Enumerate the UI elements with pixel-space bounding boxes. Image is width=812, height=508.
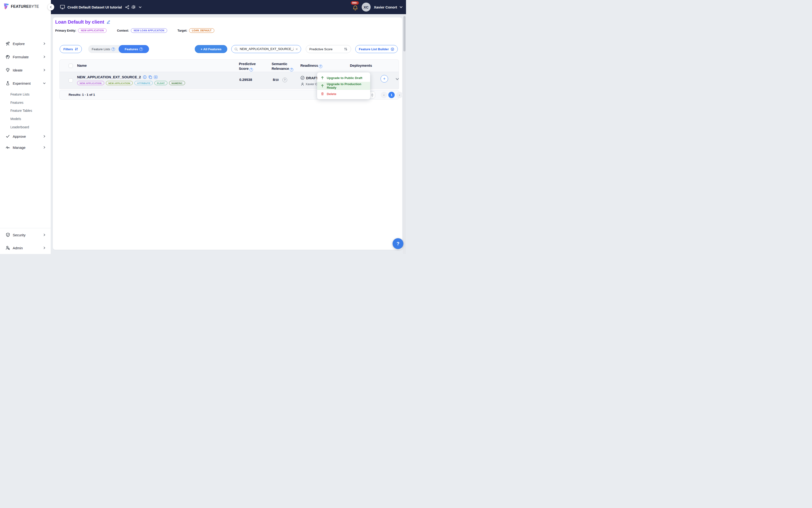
- select-all-checkbox[interactable]: [69, 64, 73, 68]
- next-page-button[interactable]: ›: [396, 92, 403, 98]
- sidebar-item-experiment[interactable]: Experiment: [0, 79, 51, 88]
- arrow-up-icon: [321, 76, 324, 80]
- gear-icon[interactable]: [132, 5, 136, 9]
- help-icon[interactable]: ?: [290, 68, 293, 72]
- help-icon[interactable]: ?: [250, 68, 253, 72]
- chevron-right-icon: [43, 234, 46, 236]
- sidebar-item-label: Security: [13, 233, 26, 237]
- sidebar-item-label: Admin: [13, 246, 23, 250]
- shield-check-icon: [5, 232, 10, 238]
- workspace-title: Credit Default Dataset UI tutorial: [67, 5, 122, 9]
- feature-name[interactable]: NEW_APPLICATION_EXT_SOURCE_2: [77, 75, 141, 79]
- activity-pulse-icon: [5, 145, 10, 150]
- target-label: Target:: [178, 29, 187, 32]
- trash-icon: [321, 92, 324, 95]
- add-deployment-button[interactable]: +: [380, 75, 388, 83]
- column-readiness: Readiness?: [300, 63, 322, 68]
- sort-dropdown[interactable]: Predictive Score: [306, 45, 351, 53]
- share-icon[interactable]: [125, 5, 129, 9]
- tag-attribute: ATTRIBUTE: [134, 81, 153, 85]
- sidebar-item-label: Ideate: [13, 68, 22, 72]
- topbar: Credit Default Dataset UI tutorial 999+ …: [51, 0, 406, 14]
- menu-item-label: Upgrade to Public Draft: [327, 76, 362, 80]
- menu-item-upgrade-public-draft[interactable]: Upgrade to Public Draft: [317, 74, 370, 82]
- sort-arrows-icon: [344, 47, 348, 51]
- expand-row-chevron-icon[interactable]: [395, 77, 399, 81]
- workspace-chevron-down-icon[interactable]: [139, 6, 142, 9]
- entity-info-row: Primary Entity: NEW APPLICATION Context:…: [55, 28, 214, 33]
- tag-table: NEW APPLICATION: [106, 81, 133, 85]
- edit-title-icon[interactable]: [106, 20, 110, 24]
- page-number-button[interactable]: 1: [388, 92, 395, 98]
- sidebar-item-features[interactable]: Features: [10, 101, 24, 104]
- head-gear-icon: [5, 54, 10, 59]
- chevron-right-icon: [43, 135, 46, 138]
- tag-numeric: NUMERIC: [169, 81, 185, 85]
- sidebar-item-admin[interactable]: Admin: [0, 243, 51, 253]
- row-actions-context-menu: Upgrade to Public Draft Upgrade to Produ…: [317, 72, 370, 99]
- sidebar-item-ideate[interactable]: Ideate: [0, 65, 51, 75]
- user-menu-chevron-down-icon[interactable]: [399, 5, 403, 9]
- chevron-down-icon: [43, 82, 46, 85]
- featurebyte-logo-text: FEATUREBYTE: [11, 4, 39, 9]
- copy-icon[interactable]: [148, 75, 152, 79]
- page-scrollbar[interactable]: [403, 14, 406, 254]
- info-icon[interactable]: [143, 75, 147, 79]
- help-icon[interactable]: ?: [139, 47, 143, 51]
- sidebar-collapse-button[interactable]: [48, 4, 54, 10]
- notifications-bell[interactable]: 999+: [352, 3, 359, 11]
- filters-button[interactable]: Filters: [60, 45, 82, 53]
- row-checkbox[interactable]: [69, 78, 73, 83]
- tab-feature-lists-label: Feature Lists: [92, 47, 110, 51]
- sidebar-item-formulate[interactable]: Formulate: [0, 52, 51, 61]
- menu-item-delete[interactable]: Delete: [317, 90, 370, 98]
- sidebar-item-manage[interactable]: Manage: [0, 143, 51, 152]
- tab-feature-lists[interactable]: Feature Lists ?: [88, 45, 119, 53]
- sidebar-item-feature-tables[interactable]: Feature Tables: [10, 109, 32, 113]
- tab-features[interactable]: Features ?: [119, 45, 149, 53]
- monitor-icon: [60, 5, 65, 9]
- sidebar-item-models[interactable]: Models: [10, 117, 21, 121]
- column-semantic-relevance: Semantic Relevance?: [272, 61, 294, 72]
- sidebar-item-explore[interactable]: Explore: [0, 39, 51, 48]
- user-name[interactable]: Xavier Conort: [374, 5, 397, 9]
- predictive-score-value: 0.29538: [239, 78, 252, 82]
- table-header: Name Predictive Score? Semantic Relevanc…: [59, 59, 399, 72]
- context-badge: NEW LOAN APPLICATION: [131, 28, 167, 33]
- sidebar-item-approve[interactable]: Approve: [0, 132, 51, 141]
- sidebar-item-feature-lists[interactable]: Feature Lists: [10, 92, 30, 96]
- tab-features-label: Features: [125, 47, 138, 51]
- featurebyte-logo-icon: [4, 3, 9, 10]
- scrollbar-thumb[interactable]: [403, 16, 406, 51]
- sidebar-item-security[interactable]: Security: [0, 230, 51, 240]
- person-icon: [301, 83, 304, 86]
- clear-search-icon[interactable]: ✕: [296, 47, 298, 51]
- sidebar-item-label: Experiment: [13, 81, 31, 85]
- context-label: Context:: [117, 29, 129, 32]
- sidebar-item-leaderboard[interactable]: Leaderboard: [10, 125, 29, 129]
- menu-item-upgrade-production-ready[interactable]: Upgrade to Production Ready: [317, 82, 370, 90]
- menu-item-label: Upgrade to Production Ready: [327, 82, 366, 89]
- id-badge-icon[interactable]: ID: [154, 76, 158, 79]
- help-button[interactable]: ?: [393, 238, 403, 249]
- sliders-icon: [75, 47, 78, 51]
- target-scope-icon: [391, 47, 394, 51]
- relevance-help-icon[interactable]: ?: [282, 78, 287, 82]
- search-input[interactable]: NEW_APPLICATION_EXT_SOURCE_2 ✕: [231, 45, 301, 53]
- toolbar: Filters Feature Lists ? Features ? + All…: [53, 45, 402, 53]
- search-icon: [234, 47, 238, 51]
- all-features-button[interactable]: + All Features: [195, 45, 227, 53]
- check-icon: [5, 134, 10, 139]
- help-icon[interactable]: ?: [111, 47, 115, 51]
- previous-page-button[interactable]: ‹: [381, 92, 387, 98]
- help-icon[interactable]: ?: [319, 65, 322, 68]
- chevron-right-icon: [43, 55, 46, 58]
- chevron-right-icon: [43, 42, 46, 45]
- column-predictive-score: Predictive Score?: [239, 61, 259, 72]
- menu-item-label: Delete: [327, 92, 336, 96]
- user-avatar[interactable]: XC: [362, 3, 371, 11]
- page-title: Loan Default by client: [55, 19, 104, 25]
- feature-list-builder-button[interactable]: Feature List Builder: [355, 45, 398, 53]
- status-check-circle-icon: [300, 76, 305, 80]
- chevron-right-icon: [43, 69, 46, 72]
